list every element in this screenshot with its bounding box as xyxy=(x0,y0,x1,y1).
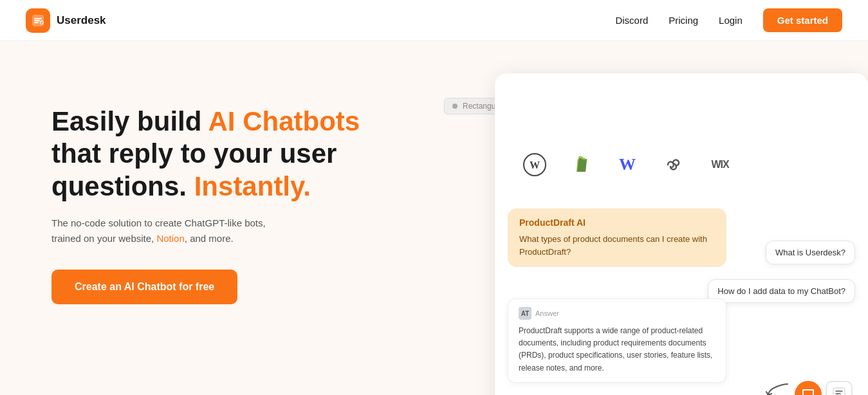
platform-icons: W W xyxy=(521,151,734,179)
bot-chat-bubble: ProductDraft AI What types of product do… xyxy=(508,208,726,267)
shopify-icon xyxy=(567,151,595,179)
hero-headline: Easily build AI Chatbots that reply to y… xyxy=(51,106,386,203)
logo-link[interactable]: Userdesk xyxy=(26,8,106,33)
hero-right: Rectangular Snip W xyxy=(412,80,829,395)
chat-icon-badge[interactable] xyxy=(795,381,822,395)
navbar: Userdesk Discord Pricing Login Get start… xyxy=(0,0,868,41)
webflow-icon: W xyxy=(613,151,642,179)
answer-text: ProductDraft supports a wide range of pr… xyxy=(519,325,716,374)
logo-icon xyxy=(26,8,50,33)
hero-section: Easily build AI Chatbots that reply to y… xyxy=(0,41,868,395)
hero-left: Easily build AI Chatbots that reply to y… xyxy=(51,80,386,304)
nav-login[interactable]: Login xyxy=(719,15,743,26)
answer-label-row: AT Answer xyxy=(519,307,716,320)
headline-part3: questions. xyxy=(51,171,194,201)
get-started-button[interactable]: Get started xyxy=(763,8,842,32)
answer-bubble: AT Answer ProductDraft supports a wide r… xyxy=(508,299,726,383)
chat-card: W W xyxy=(495,73,868,395)
right-bubble-1: What is Userdesk? xyxy=(766,241,855,264)
arrow-decoration xyxy=(765,381,791,395)
snip-dot xyxy=(452,104,457,109)
user-question-bubble: What types of product documents can I cr… xyxy=(519,233,715,258)
hero-cta-button[interactable]: Create an AI Chatbot for free xyxy=(51,270,237,304)
notion-link[interactable]: Notion xyxy=(156,233,184,244)
hero-subtext: The no-code solution to create ChatGPT-l… xyxy=(51,216,322,246)
headline-part2: that reply to your user xyxy=(51,138,337,169)
wix-icon: WIX xyxy=(706,151,734,179)
right-bubble-2: How do I add data to my ChatBot? xyxy=(708,279,855,303)
svg-text:W: W xyxy=(530,160,540,170)
bot-name: ProductDraft AI xyxy=(519,217,715,228)
notion-icon-badge xyxy=(826,381,853,395)
at-badge: AT xyxy=(519,307,531,320)
nav-discord[interactable]: Discord xyxy=(615,15,648,26)
nav-links: Discord Pricing Login Get started xyxy=(615,8,842,32)
headline-accent2: Instantly. xyxy=(194,171,311,201)
answer-label-text: Answer xyxy=(535,309,559,317)
squarespace-icon xyxy=(660,151,688,179)
nav-pricing[interactable]: Pricing xyxy=(669,15,698,26)
logo-text: Userdesk xyxy=(57,14,106,27)
headline-part1: Easily build xyxy=(51,106,208,136)
headline-accent1: AI Chatbots xyxy=(208,106,360,136)
wordpress-icon: W xyxy=(521,151,549,179)
